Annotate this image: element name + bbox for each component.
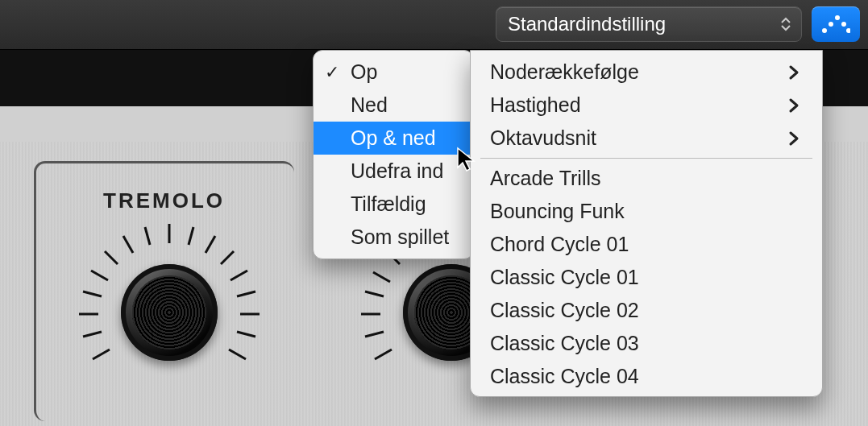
svg-line-23 [373,272,390,282]
menu-item-label: Noderækkefølge [490,60,639,84]
submenu-item-label: Tilfældig [351,192,426,216]
submenu-item-label: Udefra ind [351,159,443,183]
svg-point-3 [841,22,846,27]
tremolo-section-label: TREMOLO [103,188,225,213]
menu-preset-item-1[interactable]: Bouncing Funk [471,195,822,228]
svg-line-14 [145,227,150,245]
svg-line-9 [93,349,110,359]
svg-line-27 [365,292,384,296]
menu-separator [480,158,812,159]
svg-point-4 [846,28,850,33]
submenu-item-label: Ned [351,93,388,117]
chevron-right-icon [788,64,799,81]
chevron-right-icon [788,130,799,147]
svg-line-17 [221,251,234,264]
svg-line-7 [91,271,108,280]
svg-line-16 [105,251,118,264]
svg-point-2 [835,15,840,20]
arpeggiator-menu: NoderækkefølgeHastighedOktavudsnitArcade… [470,50,823,397]
svg-line-20 [83,332,102,337]
menu-item-label: Bouncing Funk [490,200,625,223]
submenu-item-0[interactable]: ✓Op [314,56,473,89]
submenu-item-label: Op & ned [351,126,436,150]
menu-submenu-item-2[interactable]: Oktavudsnit [471,122,822,155]
arpeggiator-button[interactable] [812,6,860,42]
svg-line-10 [206,236,215,253]
menu-item-label: Hastighed [490,93,581,117]
svg-point-0 [822,28,827,33]
svg-line-13 [229,349,246,359]
menu-preset-item-4[interactable]: Classic Cycle 02 [471,294,822,327]
svg-line-18 [83,292,102,296]
tremolo-knob[interactable] [73,216,266,409]
mouse-cursor-icon [456,147,479,174]
submenu-item-label: Som spillet [351,225,449,249]
chevron-right-icon [788,97,799,114]
menu-submenu-item-0[interactable]: Noderækkefølge [471,56,822,89]
submenu-item-5[interactable]: Som spillet [314,221,473,254]
svg-line-28 [365,332,384,337]
menu-preset-item-5[interactable]: Classic Cycle 03 [471,327,822,360]
submenu-item-2[interactable]: Op & ned [314,122,473,155]
menu-submenu-item-1[interactable]: Hastighed [471,89,822,122]
svg-point-1 [829,22,833,27]
submenu-item-1[interactable]: Ned [314,89,473,122]
menu-item-label: Classic Cycle 02 [490,299,639,322]
preset-dropdown-label: Standardindstilling [508,13,666,35]
svg-line-15 [189,227,193,245]
note-order-submenu: ✓OpNedOp & nedUdefra indTilfældigSom spi… [313,50,474,259]
submenu-item-4[interactable]: Tilfældig [314,188,473,221]
menu-item-label: Chord Cycle 01 [490,233,629,256]
menu-preset-item-6[interactable]: Classic Cycle 04 [471,360,822,393]
svg-line-25 [375,349,392,359]
preset-dropdown[interactable]: Standardindstilling [496,6,802,42]
menu-item-label: Oktavudsnit [490,126,596,150]
arpeggiator-icon [821,14,850,34]
svg-line-11 [230,271,247,280]
menu-item-label: Classic Cycle 04 [490,365,639,388]
menu-item-label: Classic Cycle 03 [490,332,639,355]
submenu-item-3[interactable]: Udefra ind [314,155,473,188]
svg-line-19 [237,292,255,296]
svg-line-21 [237,332,255,337]
toolbar: Standardindstilling [0,0,868,50]
dropdown-arrows-icon [780,17,791,31]
menu-item-label: Classic Cycle 01 [490,266,639,289]
menu-item-label: Arcade Trills [490,167,601,190]
menu-preset-item-2[interactable]: Chord Cycle 01 [471,228,822,261]
submenu-item-label: Op [351,60,377,84]
menu-preset-item-0[interactable]: Arcade Trills [471,162,822,195]
svg-line-6 [123,236,133,253]
menu-preset-item-3[interactable]: Classic Cycle 01 [471,261,822,294]
checkmark-icon: ✓ [325,62,339,83]
